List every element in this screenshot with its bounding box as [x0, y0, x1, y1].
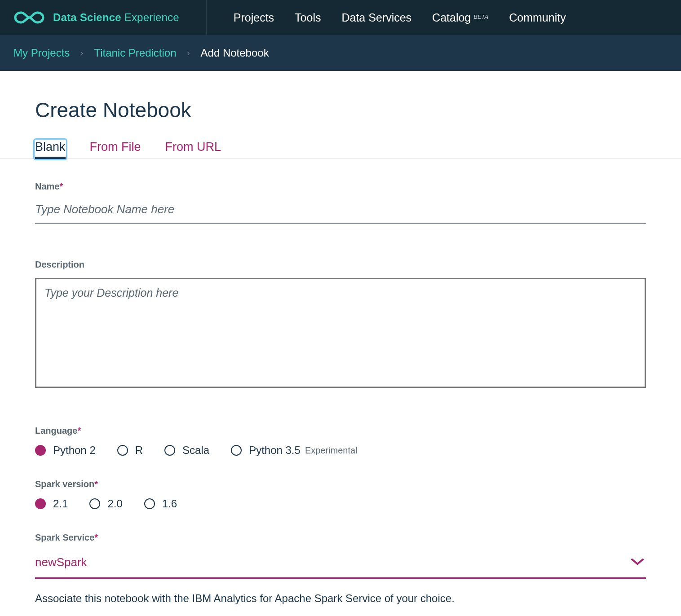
language-radio-group: Python 2 R Scala Python 3.5 Experimental — [35, 444, 646, 457]
breadcrumb: My Projects › Titanic Prediction › Add N… — [0, 35, 681, 71]
crumb-add-notebook: Add Notebook — [201, 47, 269, 59]
description-textarea[interactable] — [35, 278, 646, 388]
description-field-block: Description — [35, 260, 646, 390]
radio-icon — [35, 445, 46, 456]
experimental-badge: Experimental — [305, 445, 358, 456]
required-mark: * — [59, 181, 63, 191]
crumb-my-projects[interactable]: My Projects — [13, 47, 70, 59]
radio-spark-16[interactable]: 1.6 — [144, 497, 177, 510]
name-field-block: Name* — [35, 181, 646, 224]
chevron-right-icon: › — [80, 48, 83, 58]
label-text: Language — [35, 426, 77, 436]
nav-community[interactable]: Community — [509, 11, 566, 24]
radio-icon — [89, 498, 100, 509]
nav-label: Community — [509, 11, 566, 24]
brand-bold: Data Science — [53, 11, 121, 23]
radio-label: R — [135, 444, 143, 457]
chevron-right-icon: › — [187, 48, 190, 58]
radio-label: Python 3.5 — [249, 444, 301, 457]
brand-area: Data Science Experience — [13, 0, 207, 35]
spark-version-label: Spark version* — [35, 479, 646, 489]
tab-blank[interactable]: Blank — [35, 140, 66, 158]
required-mark: * — [77, 426, 81, 436]
page-title: Create Notebook — [35, 98, 646, 122]
name-label: Name* — [35, 181, 646, 192]
tab-from-file[interactable]: From File — [90, 140, 141, 158]
radio-spark-20[interactable]: 2.0 — [89, 497, 122, 510]
radio-r[interactable]: R — [117, 444, 143, 457]
description-label: Description — [35, 260, 646, 270]
tab-from-url[interactable]: From URL — [165, 140, 221, 158]
nav-tools[interactable]: Tools — [295, 11, 321, 24]
spark-version-radio-group: 2.1 2.0 1.6 — [35, 497, 646, 510]
spark-version-field-block: Spark version* 2.1 2.0 1.6 — [35, 479, 646, 510]
radio-label: Python 2 — [53, 444, 96, 457]
label-text: Spark Service — [35, 532, 94, 542]
required-mark: * — [94, 532, 98, 542]
radio-icon — [231, 445, 242, 456]
page-body: Create Notebook Blank From File From URL… — [0, 71, 681, 616]
nav-catalog[interactable]: Catalog BETA — [432, 11, 488, 24]
spark-service-label: Spark Service* — [35, 532, 646, 543]
create-tabs: Blank From File From URL — [0, 140, 681, 159]
primary-nav: Projects Tools Data Services Catalog BET… — [234, 11, 566, 24]
nav-label: Tools — [295, 11, 321, 24]
nav-label: Data Services — [341, 11, 411, 24]
radio-icon — [35, 498, 46, 509]
required-mark: * — [94, 479, 98, 489]
select-value: newSpark — [35, 555, 87, 569]
nav-data-services[interactable]: Data Services — [341, 11, 411, 24]
radio-scala[interactable]: Scala — [164, 444, 209, 457]
brand-light: Experience — [121, 11, 179, 23]
spark-service-helper: Associate this notebook with the IBM Ana… — [35, 592, 646, 605]
spark-service-field-block: Spark Service* newSpark Associate this n… — [35, 532, 646, 605]
beta-badge: BETA — [473, 13, 488, 20]
radio-python35[interactable]: Python 3.5 Experimental — [231, 444, 357, 457]
radio-label: 2.0 — [107, 497, 122, 510]
infinity-logo-icon — [13, 10, 45, 25]
create-form: Name* Description Language* Python 2 R — [35, 159, 646, 605]
nav-label: Projects — [234, 11, 274, 24]
name-input[interactable] — [35, 200, 646, 224]
radio-label: 1.6 — [162, 497, 177, 510]
radio-icon — [144, 498, 155, 509]
radio-icon — [117, 445, 128, 456]
label-text: Name — [35, 181, 59, 191]
chevron-down-icon — [631, 558, 644, 568]
nav-projects[interactable]: Projects — [234, 11, 274, 24]
radio-spark-21[interactable]: 2.1 — [35, 497, 68, 510]
crumb-titanic-prediction[interactable]: Titanic Prediction — [94, 47, 176, 59]
label-text: Spark version — [35, 479, 94, 489]
radio-python2[interactable]: Python 2 — [35, 444, 96, 457]
language-field-block: Language* Python 2 R Scala Python 3.5 — [35, 426, 646, 457]
radio-icon — [164, 445, 175, 456]
radio-label: 2.1 — [53, 497, 68, 510]
top-navbar: Data Science Experience Projects Tools D… — [0, 0, 681, 35]
nav-label: Catalog — [432, 11, 471, 24]
radio-label: Scala — [182, 444, 209, 457]
language-label: Language* — [35, 426, 646, 436]
spark-service-select[interactable]: newSpark — [35, 551, 646, 579]
brand-text: Data Science Experience — [53, 11, 179, 24]
